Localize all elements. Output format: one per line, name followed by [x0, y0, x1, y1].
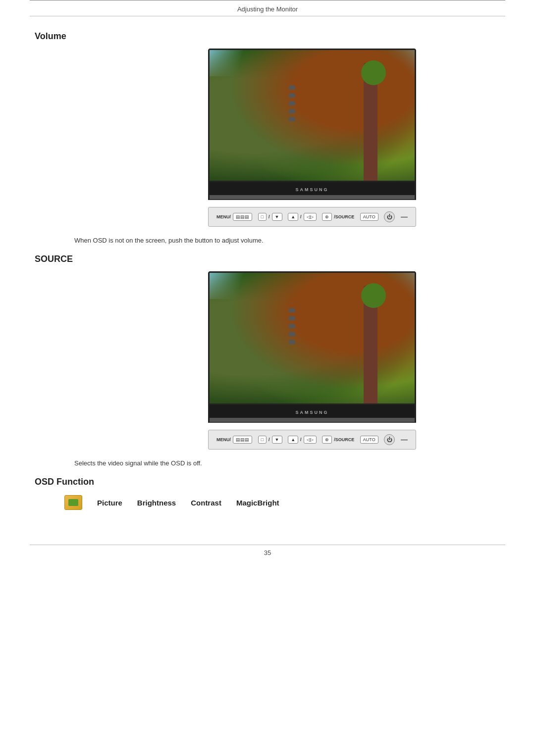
monitor-bezel-1: SAMSUNG	[208, 182, 416, 195]
btn2-group-2: ▲ / ◁▷	[288, 436, 316, 444]
slash2-2: /	[300, 437, 302, 442]
volume-section-title: Volume	[35, 31, 500, 42]
btn1b[interactable]: ▼	[272, 213, 282, 221]
btn1-group: □ / ▼	[258, 213, 282, 221]
volume-button-bar: MENU/ ▤▤▤ □ / ▼ ▲ / ◁▷ ⊕ /SOURCE AUTO ⏻ …	[208, 207, 416, 227]
pagoda-tier	[287, 106, 296, 113]
btn1-2[interactable]: □	[258, 436, 267, 444]
btn2-group: ▲ / ◁▷	[288, 213, 316, 221]
pagoda-tier	[287, 83, 296, 90]
btn3[interactable]: ⊕	[322, 213, 332, 221]
btn1[interactable]: □	[258, 213, 267, 221]
btn3-group-2: ⊕ /SOURCE	[322, 436, 354, 444]
volume-monitor-screen	[208, 49, 416, 182]
source-description: Selects the video signal while the OSD i…	[74, 459, 500, 467]
btn1-group-2: □ / ▼	[258, 436, 282, 444]
btn4-group-2: AUTO	[360, 436, 378, 444]
source-button-bar: MENU/ ▤▤▤ □ / ▼ ▲ / ◁▷ ⊕ /SOURCE AUTO ⏻ …	[208, 430, 416, 450]
source-monitor-screen	[208, 271, 416, 405]
menu-group: MENU/ ▤▤▤	[216, 213, 252, 221]
slash1: /	[268, 214, 270, 219]
osd-section: OSD Function Picture Brightness Contrast…	[35, 477, 500, 510]
osd-picture-label: Picture	[97, 499, 122, 507]
osd-brightness-label: Brightness	[137, 499, 176, 507]
source-section-title: SOURCE	[35, 254, 500, 264]
monitor-bezel-2: SAMSUNG	[208, 405, 416, 418]
monitor-brand-2: SAMSUNG	[295, 410, 328, 415]
monitor-brand-1: SAMSUNG	[295, 187, 328, 192]
source-monitor-container: SAMSUNG MENU/ ▤▤▤ □ / ▼ ▲ / ◁▷ ⊕ /SOURCE	[124, 271, 500, 450]
menu-key-2[interactable]: ▤▤▤	[233, 436, 252, 444]
auto-btn-2[interactable]: AUTO	[360, 436, 378, 444]
nature-scene-2	[210, 273, 415, 403]
power-btn-1[interactable]: ⏻	[384, 211, 395, 222]
osd-picture-icon	[64, 495, 82, 510]
pagoda-tier	[287, 91, 296, 98]
menu-key[interactable]: ▤▤▤	[233, 213, 252, 221]
slash2: /	[300, 214, 302, 219]
nature-scene-1	[210, 50, 415, 181]
menu-label-2: MENU/	[216, 437, 231, 442]
bottom-rule	[30, 545, 505, 545]
btn3-group: ⊕ /SOURCE	[322, 213, 354, 221]
slash1-2: /	[268, 437, 270, 442]
volume-monitor-container: SAMSUNG MENU/ ▤▤▤ □ / ▼ ▲ / ◁▷ ⊕ /SOURCE	[124, 49, 500, 227]
pagoda-1	[287, 83, 296, 127]
osd-contrast-label: Contrast	[191, 499, 221, 507]
green-blob-1	[361, 60, 386, 85]
btn2b-2[interactable]: ◁▷	[304, 436, 317, 444]
menu-group-2: MENU/ ▤▤▤	[216, 436, 252, 444]
page-number: 35	[0, 549, 535, 561]
btn2[interactable]: ▲	[288, 213, 298, 221]
btn2-2[interactable]: ▲	[288, 436, 298, 444]
slash3: /SOURCE	[334, 214, 354, 219]
osd-row: Picture Brightness Contrast MagicBright	[64, 495, 500, 510]
pagoda-tier	[287, 337, 296, 344]
monitor-stand-1	[208, 195, 416, 200]
menu-label: MENU/	[216, 214, 231, 219]
slash3-2: /SOURCE	[334, 437, 354, 442]
dash-btn-2: —	[401, 436, 408, 444]
monitor-stand-2	[208, 418, 416, 423]
dash-btn-1: —	[401, 213, 408, 221]
pagoda-2	[287, 305, 296, 350]
power-btn-2[interactable]: ⏻	[384, 434, 395, 445]
content-area: Volume SAMSUNG MENU/	[35, 31, 500, 530]
btn1b-2[interactable]: ▼	[272, 436, 282, 444]
btn2b[interactable]: ◁▷	[304, 213, 317, 221]
auto-btn[interactable]: AUTO	[360, 213, 378, 221]
green-blob-2	[361, 283, 386, 308]
btn3-2[interactable]: ⊕	[322, 436, 332, 444]
volume-description: When OSD is not on the screen, push the …	[74, 237, 500, 244]
btn4-group: AUTO	[360, 213, 378, 221]
pagoda-tier	[287, 114, 296, 121]
pagoda-tier	[287, 99, 296, 105]
osd-magicbright-label: MagicBright	[236, 499, 279, 507]
osd-section-title: OSD Function	[35, 477, 500, 487]
pagoda-tier	[287, 329, 296, 336]
pagoda-tier	[287, 305, 296, 312]
header-divider	[30, 16, 505, 16]
pagoda-tier	[287, 321, 296, 328]
pagoda-tier	[287, 313, 296, 320]
page-header: Adjusting the Monitor	[30, 0, 505, 16]
